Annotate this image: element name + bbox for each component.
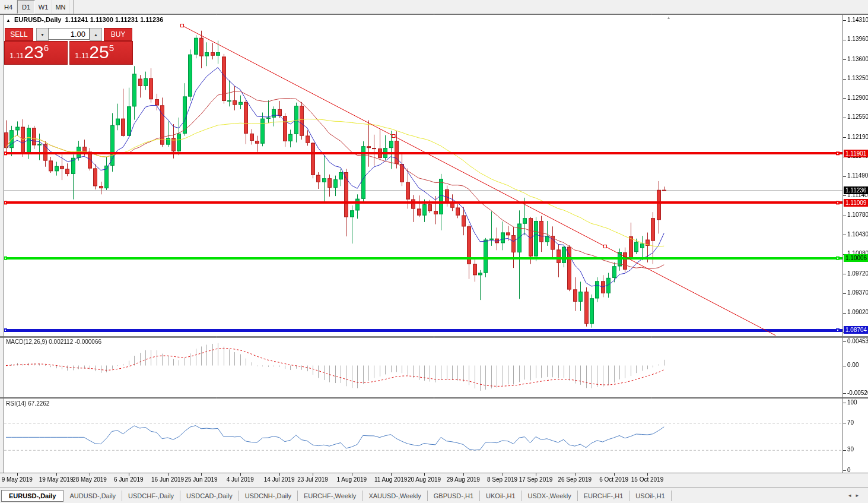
- macd-axis-label: -0.005205: [847, 390, 868, 396]
- timeframe-button-mn[interactable]: MN: [52, 0, 69, 14]
- tab-ukoil-h1[interactable]: UKOil-,H1: [480, 491, 522, 501]
- date-axis-label: 26 Sep 2019: [558, 476, 592, 483]
- price-tag: 1.11901: [844, 150, 868, 157]
- tab-gbpusd-h1[interactable]: GBPUSD-,H1: [428, 491, 480, 501]
- date-axis-label: 28 May 2019: [72, 476, 107, 483]
- chart-canvas[interactable]: [0, 0, 868, 503]
- volume-up-button[interactable]: ▲: [90, 28, 102, 41]
- tab-scroll-right-icon[interactable]: ▸: [856, 492, 863, 498]
- chart-ohlc-values: 1.11241 1.11300 1.11231 1.11236: [65, 16, 164, 23]
- buy-price-prefix: 1.11: [75, 51, 89, 60]
- rsi-axis-label: 70: [847, 419, 854, 426]
- timeframe-button-d1[interactable]: D1: [17, 0, 35, 14]
- price-axis-tick: 1.13600: [847, 56, 868, 62]
- chart-tab-bar: EURUSD-,DailyAUDUSD-,DailyUSDCHF-,DailyU…: [0, 488, 868, 503]
- sell-price-display[interactable]: 1.11236: [4, 41, 68, 65]
- chevron-up-icon: ▲: [94, 33, 98, 37]
- date-axis-label: 11 Aug 2019: [374, 476, 407, 483]
- date-axis-label: 17 Sep 2019: [519, 476, 553, 483]
- buy-price-display[interactable]: 1.11255: [69, 41, 133, 65]
- price-axis-tick: 1.13250: [847, 75, 868, 81]
- price-axis-tick: 1.14310: [847, 17, 868, 23]
- macd-label: MACD(12,26,9) 0.002112 -0.000066: [6, 339, 101, 345]
- buy-price-big: 25: [89, 42, 109, 63]
- chart-shift-marker-icon: ▴: [667, 15, 670, 20]
- tab-usdcnh-daily[interactable]: USDCNH-,Daily: [239, 491, 298, 501]
- date-axis-label: 25 Jun 2019: [185, 476, 217, 483]
- tab-usdchf-daily[interactable]: USDCHF-,Daily: [122, 491, 180, 501]
- tab-eurchf-weekly[interactable]: EURCHF-,Weekly: [298, 491, 363, 501]
- date-axis-label: 1 Aug 2019: [336, 476, 367, 483]
- price-axis-tick: 1.11490: [847, 172, 868, 179]
- tab-usdx-weekly[interactable]: USDX-,Weekly: [522, 491, 578, 501]
- rsi-axis-label: 100: [847, 399, 857, 406]
- chevron-down-icon: ▼: [40, 33, 44, 37]
- chart-title: ▲EURUSD-,Daily 1.11241 1.11300 1.11231 1…: [6, 16, 163, 23]
- sell-price-big: 23: [24, 42, 43, 63]
- price-axis-tick: 1.10430: [847, 231, 868, 238]
- volume-down-button[interactable]: ▼: [36, 28, 49, 41]
- macd-values: 0.002112 -0.000066: [49, 339, 101, 345]
- timeframe-button-w1[interactable]: W1: [35, 0, 52, 14]
- tab-eurchf-h1[interactable]: EURCHF-,H1: [578, 491, 630, 501]
- tab-scroll-arrows: ◂▸: [848, 492, 863, 498]
- toolbar-divider: [73, 0, 74, 14]
- price-tag: 1.11009: [844, 199, 868, 207]
- timeframe-toolbar: H4D1W1MN: [0, 0, 868, 14]
- price-tag: 1.11236: [844, 186, 868, 194]
- panel-collapse-icon[interactable]: ▲: [6, 18, 11, 23]
- date-axis-label: 16 Jun 2019: [151, 476, 184, 483]
- sell-price-sup: 6: [44, 43, 49, 53]
- price-tag: 1.10006: [844, 254, 868, 262]
- price-axis-tick: 1.12900: [847, 94, 868, 101]
- date-axis-label: 8 Sep 2019: [487, 476, 517, 483]
- tab-usdcad-daily[interactable]: USDCAD-,Daily: [180, 491, 239, 501]
- tab-scroll-left-icon[interactable]: ◂: [848, 492, 856, 498]
- tab-usoil-h1[interactable]: USOil-,H1: [629, 491, 672, 501]
- macd-axis-label: 0.004536: [847, 338, 868, 344]
- sell-button[interactable]: SELL: [5, 28, 33, 41]
- chart-symbol-period: EURUSD-,Daily: [14, 16, 61, 23]
- volume-input[interactable]: [48, 28, 90, 40]
- price-axis-tick: 1.13960: [847, 36, 868, 42]
- rsi-axis-label: 30: [847, 446, 854, 453]
- buy-button[interactable]: BUY: [104, 28, 132, 41]
- rsi-axis-label: 0: [847, 467, 851, 473]
- tab-eurusd-daily[interactable]: EURUSD-,Daily: [1, 490, 63, 502]
- price-axis-tick: 1.09720: [847, 270, 868, 277]
- price-axis-tick: 1.09020: [847, 309, 868, 315]
- date-axis-label: 23 Jul 2019: [297, 476, 328, 483]
- rsi-label: RSI(14) 67.2262: [6, 400, 49, 407]
- date-axis-label: 9 May 2019: [2, 476, 33, 483]
- date-axis-label: 14 Jul 2019: [264, 476, 295, 483]
- price-axis-tick: 1.10780: [847, 211, 868, 218]
- date-axis-label: 6 Oct 2019: [599, 476, 628, 483]
- price-axis-tick: 1.09370: [847, 289, 868, 296]
- date-axis-label: 6 Jun 2019: [114, 476, 144, 483]
- date-axis-label: 15 Oct 2019: [631, 476, 663, 483]
- buy-price-sup: 5: [109, 43, 114, 53]
- sell-price-prefix: 1.11: [9, 51, 24, 60]
- date-axis-label: 29 Aug 2019: [447, 476, 480, 483]
- tab-xauusd-weekly[interactable]: XAUUSD-,Weekly: [363, 491, 427, 501]
- price-tag: 1.08704: [844, 326, 868, 334]
- macd-axis-label: 0.00: [847, 362, 859, 368]
- tab-audusd-daily[interactable]: AUDUSD-,Daily: [63, 491, 122, 501]
- date-axis-label: 20 Aug 2019: [408, 476, 441, 483]
- date-axis-label: 19 May 2019: [39, 476, 74, 483]
- price-axis-tick: 1.12190: [847, 134, 868, 140]
- date-axis-label: 4 Jul 2019: [227, 476, 254, 483]
- price-axis-tick: 1.12550: [847, 113, 868, 120]
- rsi-value: 67.2262: [28, 400, 49, 407]
- timeframe-button-h4[interactable]: H4: [0, 0, 17, 14]
